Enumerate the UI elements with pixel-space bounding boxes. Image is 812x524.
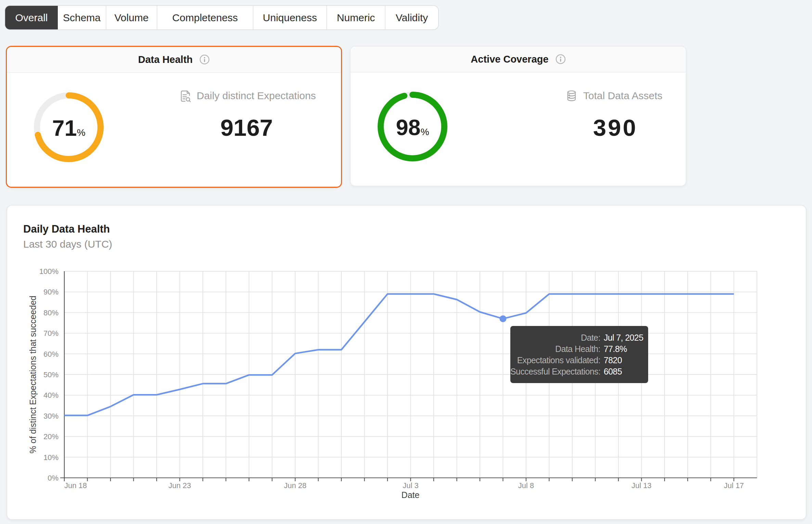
svg-text:30%: 30% (43, 412, 58, 420)
svg-text:Jun 28: Jun 28 (284, 481, 306, 490)
svg-text:Jul 13: Jul 13 (631, 481, 652, 490)
svg-text:100%: 100% (39, 267, 58, 276)
svg-text:40%: 40% (43, 391, 58, 399)
svg-text:50%: 50% (43, 370, 58, 379)
svg-text:Jul 17: Jul 17 (724, 481, 744, 490)
svg-text:Jun 23: Jun 23 (168, 481, 191, 490)
svg-text:70%: 70% (43, 329, 58, 338)
svg-text:Jul 3: Jul 3 (403, 481, 418, 490)
svg-text:90%: 90% (43, 288, 58, 296)
svg-text:80%: 80% (43, 309, 58, 317)
svg-text:% of distinct Expectations tha: % of distinct Expectations that succeede… (28, 296, 38, 453)
svg-text:Jun 18: Jun 18 (64, 481, 87, 490)
svg-text:Jul 8: Jul 8 (518, 481, 534, 490)
svg-text:Date: Date (402, 490, 420, 500)
svg-text:60%: 60% (43, 350, 58, 358)
svg-text:20%: 20% (43, 432, 58, 441)
svg-text:10%: 10% (43, 453, 58, 462)
svg-text:0%: 0% (48, 474, 58, 482)
